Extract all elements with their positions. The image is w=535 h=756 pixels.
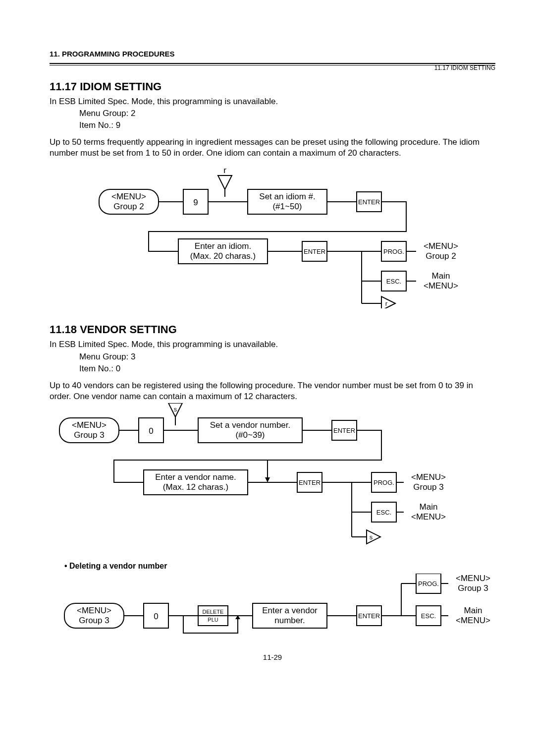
svg-text:<MENU>: <MENU> bbox=[411, 472, 446, 482]
svg-text:Group 3: Group 3 bbox=[413, 482, 443, 492]
svg-text:(Max. 12 charas.): (Max. 12 charas.) bbox=[163, 482, 228, 492]
svg-text:ENTER: ENTER bbox=[299, 479, 321, 486]
svg-text:Main: Main bbox=[420, 502, 438, 512]
s17-item-no: Item No.: 9 bbox=[79, 120, 495, 131]
svg-text:<MENU>: <MENU> bbox=[456, 574, 490, 583]
svg-text:Group 2: Group 2 bbox=[426, 252, 456, 261]
s18-menu-group: Menu Group: 3 bbox=[79, 351, 495, 362]
header-chapter: 11. PROGRAMMING PROCEDURES bbox=[50, 50, 495, 58]
svg-text:(#1~50): (#1~50) bbox=[272, 202, 302, 212]
s17-menu-group: Menu Group: 2 bbox=[79, 108, 495, 119]
s18-intro: In ESB Limited Spec. Mode, this programm… bbox=[50, 339, 495, 350]
svg-text:Set a vendor number.: Set a vendor number. bbox=[210, 420, 291, 430]
delete-vendor-heading: • Deleting a vendor number bbox=[64, 562, 495, 571]
svg-text:ENTER: ENTER bbox=[358, 199, 380, 206]
svg-text:PLU: PLU bbox=[208, 617, 218, 623]
svg-text:9: 9 bbox=[193, 198, 198, 208]
svg-text:<MENU>: <MENU> bbox=[411, 512, 446, 522]
svg-text:Group 3: Group 3 bbox=[74, 430, 104, 440]
svg-text:ESC.: ESC. bbox=[376, 509, 391, 516]
svg-text:0: 0 bbox=[149, 426, 153, 436]
svg-text:<MENU>: <MENU> bbox=[77, 606, 111, 615]
svg-text:Enter  an idiom.: Enter an idiom. bbox=[195, 242, 251, 251]
svg-text:ESC.: ESC. bbox=[421, 612, 436, 620]
svg-text:ENTER: ENTER bbox=[333, 427, 355, 434]
svg-text:Group 3: Group 3 bbox=[79, 616, 109, 625]
svg-text:<MENU>: <MENU> bbox=[111, 192, 146, 202]
svg-text:s: s bbox=[174, 406, 177, 413]
svg-text:r: r bbox=[385, 300, 388, 308]
svg-text:(#0~39): (#0~39) bbox=[235, 430, 265, 440]
svg-text:<MENU>: <MENU> bbox=[456, 616, 490, 625]
svg-text:PROG.: PROG. bbox=[374, 479, 394, 486]
svg-text:Group 3: Group 3 bbox=[458, 583, 488, 593]
svg-text:(Max. 20 charas.): (Max. 20 charas.) bbox=[190, 252, 256, 261]
s18-delete-flowchart: PROG. <MENU> Group 3 <MENU> Group 3 0 DE… bbox=[50, 574, 505, 638]
s18-description: Up to 40 vendors can be registered using… bbox=[50, 380, 495, 402]
svg-text:r: r bbox=[223, 166, 226, 175]
svg-text:<MENU>: <MENU> bbox=[72, 420, 107, 430]
page-number: 11-29 bbox=[50, 653, 495, 661]
s17-intro: In ESB Limited Spec. Mode, this programm… bbox=[50, 96, 495, 107]
svg-text:PROG.: PROG. bbox=[418, 580, 439, 587]
svg-text:DELETE: DELETE bbox=[203, 609, 224, 615]
section-17-title: 11.17 IDIOM SETTING bbox=[50, 80, 495, 93]
s18-flowchart: s <MENU> Group 3 0 Set a vendor number. … bbox=[50, 403, 495, 557]
header-rule-1 bbox=[50, 63, 495, 64]
svg-text:Main: Main bbox=[464, 606, 482, 615]
svg-marker-58 bbox=[265, 477, 270, 482]
svg-text:ESC.: ESC. bbox=[386, 278, 401, 286]
svg-text:PROG.: PROG. bbox=[383, 248, 404, 256]
header-rule-2 bbox=[50, 65, 495, 65]
svg-text:Main: Main bbox=[432, 272, 450, 281]
s17-flowchart: r <MENU> Group 2 9 Set an idiom #. (#1~5… bbox=[64, 160, 510, 308]
svg-text:Enter a vendor: Enter a vendor bbox=[262, 606, 318, 615]
svg-text:<MENU>: <MENU> bbox=[424, 242, 458, 251]
header-section: 11.17 IDIOM SETTING bbox=[434, 64, 495, 71]
svg-text:Group 2: Group 2 bbox=[113, 202, 144, 212]
svg-text:<MENU>: <MENU> bbox=[424, 282, 458, 291]
svg-marker-36 bbox=[381, 296, 395, 308]
s17-description: Up to 50 terms frequently appearing in i… bbox=[50, 137, 495, 159]
svg-text:ENTER: ENTER bbox=[358, 612, 380, 620]
svg-marker-76 bbox=[367, 530, 380, 544]
svg-text:Enter  a vendor name.: Enter a vendor name. bbox=[155, 472, 236, 482]
section-18-title: 11.18 VENDOR SETTING bbox=[50, 323, 495, 336]
svg-text:Set an idiom #.: Set an idiom #. bbox=[259, 192, 315, 202]
s18-item-no: Item No.: 0 bbox=[79, 363, 495, 374]
svg-marker-0 bbox=[218, 175, 232, 189]
svg-text:number.: number. bbox=[274, 616, 305, 625]
svg-text:s: s bbox=[370, 533, 373, 541]
svg-text:0: 0 bbox=[154, 612, 158, 621]
svg-text:ENTER: ENTER bbox=[304, 248, 325, 256]
